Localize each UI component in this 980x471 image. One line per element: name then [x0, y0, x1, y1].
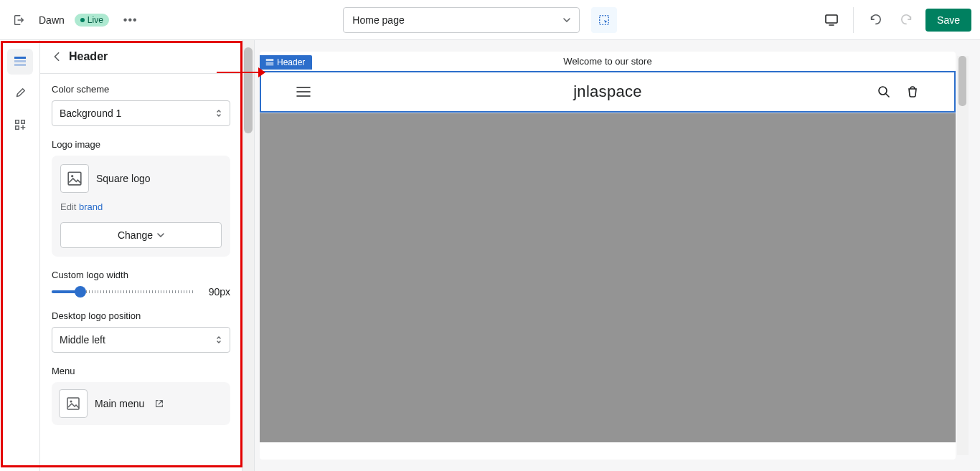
edit-brand-prefix: Edit	[60, 201, 79, 212]
annotation-arrow	[217, 67, 265, 77]
svg-point-9	[71, 175, 73, 177]
external-link-icon	[154, 399, 164, 409]
preview-area-inner: Welcome to our store Header jnlaspace	[260, 52, 969, 460]
save-button[interactable]: Save	[925, 9, 971, 32]
image-icon	[67, 171, 83, 186]
hamburger-icon[interactable]	[296, 85, 311, 98]
image-icon	[66, 396, 80, 411]
live-badge-label: Live	[88, 15, 103, 25]
scrollbar-thumb[interactable]	[958, 56, 966, 106]
brand-link[interactable]: brand	[79, 201, 103, 212]
inspector-icon	[598, 14, 611, 27]
svg-rect-5	[15, 120, 19, 124]
header-left	[296, 85, 367, 98]
logo-image-label: Logo image	[52, 139, 230, 150]
preview-frame: Welcome to our store Header jnlaspace	[260, 52, 956, 460]
color-scheme-value: Background 1	[60, 108, 121, 119]
change-button-label: Change	[118, 229, 153, 241]
paintbrush-icon	[14, 87, 27, 100]
svg-rect-6	[21, 120, 24, 124]
panel-scrollbar[interactable]	[242, 40, 255, 471]
change-logo-button[interactable]: Change	[60, 222, 222, 248]
rail-apps-button[interactable]	[7, 112, 33, 138]
topbar: Dawn Live ••• Home page Save	[0, 0, 980, 40]
section-label-tag[interactable]: Header	[260, 55, 312, 70]
page-select-value: Home page	[352, 14, 404, 26]
section-icon	[265, 58, 274, 67]
exit-icon	[12, 14, 25, 27]
header-right	[848, 85, 920, 99]
hero-image-section[interactable]	[260, 113, 956, 442]
color-scheme-label: Color scheme	[52, 84, 230, 95]
slider-thumb[interactable]	[75, 286, 86, 298]
svg-rect-1	[826, 15, 837, 23]
caret-down-icon	[157, 233, 164, 237]
left-rail	[0, 40, 40, 471]
preview-area: Welcome to our store Header jnlaspace	[242, 40, 980, 471]
live-badge: Live	[75, 14, 109, 27]
announcement-bar: Welcome to our store	[260, 52, 956, 71]
rail-sections-button[interactable]	[7, 49, 33, 75]
svg-point-14	[879, 87, 887, 95]
menu-label: Menu	[52, 366, 230, 376]
undo-button[interactable]	[862, 7, 888, 33]
topbar-left: Dawn Live •••	[9, 10, 142, 30]
topbar-right: Save	[819, 7, 971, 33]
page-select[interactable]: Home page	[343, 7, 580, 33]
desktop-logo-position-label: Desktop logo position	[52, 310, 230, 321]
svg-rect-7	[15, 126, 19, 130]
apps-icon	[14, 118, 27, 131]
rail-theme-settings-button[interactable]	[7, 80, 33, 106]
divider	[853, 7, 854, 33]
viewport-desktop-button[interactable]	[819, 7, 844, 33]
settings-panel: Header Color scheme Background 1 Logo im…	[40, 40, 242, 471]
logo-row: Square logo	[60, 164, 222, 193]
chevron-left-icon	[52, 52, 62, 62]
scrollbar-thumb[interactable]	[244, 47, 253, 133]
store-title: jnlaspace	[367, 82, 848, 101]
custom-logo-width-label: Custom logo width	[52, 270, 230, 280]
svg-point-11	[70, 401, 72, 403]
panel-title: Header	[69, 50, 108, 63]
svg-rect-12	[266, 60, 274, 61]
svg-rect-10	[67, 398, 79, 409]
cart-icon[interactable]	[905, 85, 920, 99]
desktop-logo-position-value: Middle left	[60, 334, 105, 346]
inspector-toggle-button[interactable]	[591, 7, 617, 33]
logo-name: Square logo	[96, 173, 151, 184]
caret-down-icon	[563, 18, 570, 22]
desktop-logo-position-select[interactable]: Middle left	[52, 327, 230, 353]
select-caret-icon	[215, 335, 222, 345]
logo-thumbnail[interactable]	[60, 164, 89, 193]
redo-button[interactable]	[894, 7, 920, 33]
svg-rect-2	[14, 57, 26, 59]
main: Header Color scheme Background 1 Logo im…	[0, 40, 980, 471]
slider-value: 90px	[202, 286, 230, 298]
undo-icon	[869, 14, 882, 27]
select-caret-icon	[215, 108, 222, 118]
panel-body: Color scheme Background 1 Logo image Squ…	[40, 74, 242, 448]
sections-icon	[13, 54, 27, 69]
color-scheme-select[interactable]: Background 1	[52, 100, 230, 126]
svg-rect-3	[14, 60, 26, 62]
menu-row[interactable]: Main menu	[59, 389, 223, 418]
logo-image-card: Square logo Edit brand Change	[52, 156, 230, 257]
exit-editor-button[interactable]	[9, 10, 29, 30]
panel-back-button[interactable]	[52, 52, 62, 62]
desktop-icon	[824, 14, 839, 27]
canvas-scrollbar[interactable]	[957, 56, 969, 455]
menu-value: Main menu	[95, 398, 144, 409]
search-icon[interactable]	[877, 85, 891, 99]
menu-thumbnail	[59, 389, 88, 418]
theme-name: Dawn	[39, 14, 65, 26]
store-header-section[interactable]: jnlaspace	[260, 71, 956, 113]
panel-header: Header	[40, 40, 242, 74]
menu-card: Main menu	[52, 382, 230, 425]
redo-icon	[900, 14, 913, 27]
live-dot-icon	[80, 18, 85, 22]
section-label-text: Header	[277, 57, 305, 67]
edit-brand-text: Edit brand	[60, 201, 222, 212]
logo-width-slider[interactable]: 90px	[52, 286, 230, 298]
topbar-center: Home page	[151, 7, 810, 33]
more-actions-button[interactable]: •••	[119, 11, 142, 29]
